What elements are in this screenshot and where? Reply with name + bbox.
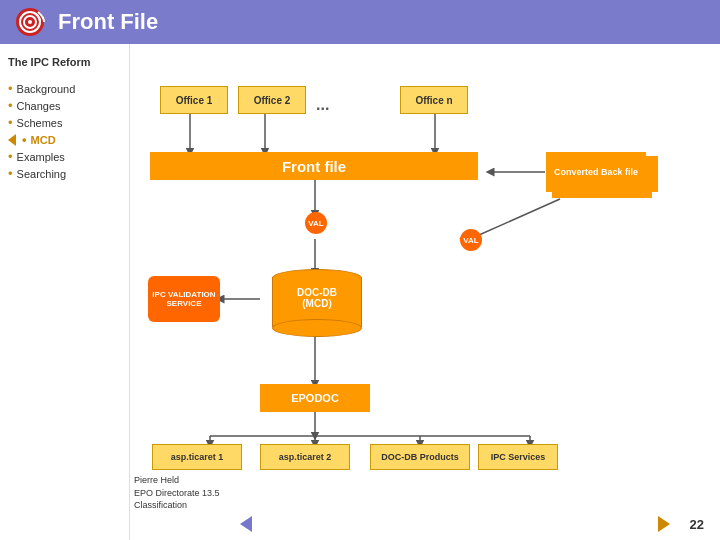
bottom-box-1: asp.ticaret 1 [152,444,242,470]
svg-line-10 [470,199,560,239]
active-arrow-icon [8,134,16,146]
dept-name: Classification [134,499,220,512]
content-area: Office 1 Office 2 ... Office n Front fil… [130,44,720,540]
nav-prev-button[interactable] [240,516,252,532]
bottom-box-3: DOC-DB Products [370,444,470,470]
sidebar-label: Background [17,83,76,95]
office-1-box: Office 1 [160,86,228,114]
sidebar-item-background[interactable]: • Background [8,80,129,97]
footer-info: Pierre Held EPO Directorate 13.5 Classif… [134,474,220,512]
nav-next-button[interactable] [658,516,670,532]
sidebar-item-searching[interactable]: • Searching [8,165,129,182]
bottom-box-2: asp.ticaret 2 [260,444,350,470]
epodoc-box: EPODOC [260,384,370,412]
office-2-box: Office 2 [238,86,306,114]
sidebar-title: The IPC Reform [8,52,129,68]
sidebar-label: Changes [17,100,61,112]
sidebar-label: MCD [31,134,56,146]
bottom-box-4: IPC Services [478,444,558,470]
bullet-icon: • [8,99,13,112]
val2-circle: VAL [460,229,482,251]
sidebar-label: Searching [17,168,67,180]
sidebar-label: Examples [17,151,65,163]
converted-box-1: Converted Back file [546,152,646,192]
sidebar-item-examples[interactable]: • Examples [8,148,129,165]
sidebar-item-schemes[interactable]: • Schemes [8,114,129,131]
svg-point-3 [28,20,32,24]
sidebar-item-mcd[interactable]: • MCD [8,131,129,148]
sidebar: The IPC Reform • Background • Changes • … [0,44,130,540]
front-file-box: Front file [150,152,478,180]
doc-db-box: DOC-DB (MCD) [272,269,362,337]
page-number: 22 [690,517,704,532]
main-layout: The IPC Reform • Background • Changes • … [0,44,720,540]
ellipsis: ... [316,96,329,114]
bullet-icon: • [8,82,13,95]
office-n-box: Office n [400,86,468,114]
bullet-icon: • [8,167,13,180]
bullet-icon: • [22,133,27,146]
bullet-icon: • [8,150,13,163]
author-name: Pierre Held [134,474,220,487]
val-circle: VAL [305,212,327,234]
sidebar-item-changes[interactable]: • Changes [8,97,129,114]
ipc-validation-box: IPC VALIDATION SERVICE [148,276,220,322]
bullet-icon: • [8,116,13,129]
logo-icon [12,4,48,40]
doc-db-label: DOC-DB (MCD) [272,287,362,309]
org-name: EPO Directorate 13.5 [134,487,220,500]
header: Front File [0,0,720,44]
sidebar-label: Schemes [17,117,63,129]
page-title: Front File [58,9,158,35]
